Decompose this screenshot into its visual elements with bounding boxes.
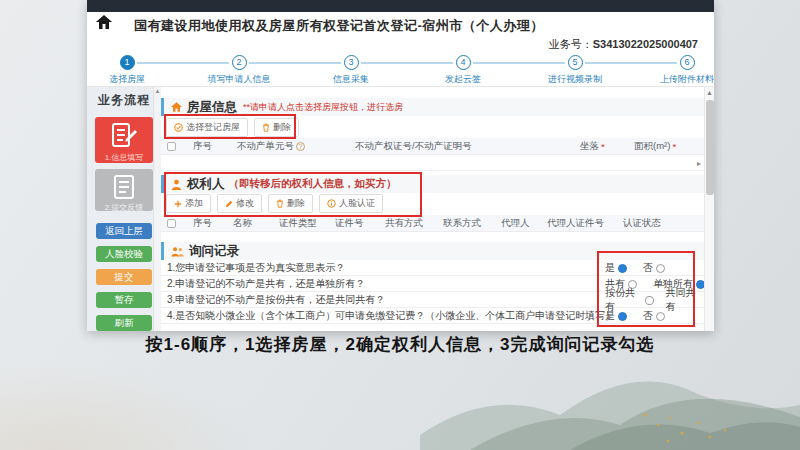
owner-toolbar: 添加 修改 删除 人脸认证: [161, 193, 714, 213]
business-number-value: S3413022025000407: [593, 38, 698, 50]
house-delete-button[interactable]: 删除: [254, 118, 299, 137]
question-text: 4.是否知晓小微企业（含个体工商户）可申请免缴登记费？（小微企业、个体工商户申请…: [167, 309, 615, 323]
step-label: 选择房屋: [87, 73, 172, 86]
step-6-upload-attachments[interactable]: 6 上传附件材料: [642, 55, 714, 86]
required-mark: *: [601, 141, 605, 152]
help-icon[interactable]: ?: [296, 142, 305, 151]
business-number-row: 业务号：S3413022025000407: [87, 37, 714, 54]
house-section-title: 房屋信息: [187, 99, 237, 116]
step-label: 发起云签: [418, 73, 508, 86]
trash-icon: [276, 199, 284, 208]
step-circle[interactable]: 5: [568, 55, 583, 70]
sidebar-title: 业务流程: [87, 87, 161, 113]
house-table-header: 序号 不动产单元号? 不动产权证号/不动产证明号 坐落* 面积(m²)*: [161, 138, 714, 155]
plus-icon: [174, 200, 182, 208]
select-all-checkbox[interactable]: [167, 219, 176, 228]
select-all-checkbox[interactable]: [167, 142, 176, 151]
form-panel: 房屋信息 **请申请人点击选择房屋按钮，进行选房 选择登记房屋 删除: [161, 87, 714, 331]
window-top-bar: [87, 0, 714, 12]
radio-option-no[interactable]: 否: [643, 261, 665, 275]
inquiry-section-header: 询问记录: [161, 242, 714, 260]
house-toolbar: 选择登记房屋 删除: [161, 116, 714, 138]
doc-lines-icon: [111, 174, 137, 200]
sidebar-card-label: 1.信息填写: [95, 152, 153, 163]
owner-section-note: （即转移后的权利人信息，如买方）: [229, 177, 397, 191]
house-icon: [171, 102, 182, 112]
step-1-select-house[interactable]: 1 选择房屋: [87, 55, 172, 86]
doc-pencil-icon: [109, 122, 139, 150]
instruction-caption: 按1-6顺序，1选择房屋，2确定权利人信息，3完成询问记录勾选: [0, 333, 800, 356]
check-circle-icon: [174, 123, 183, 132]
scroll-up-icon[interactable]: ▲: [154, 87, 161, 96]
sidebar-card-info-fill[interactable]: 1.信息填写: [95, 117, 153, 163]
radio-option-yes[interactable]: 是: [605, 309, 627, 323]
face-verify-button[interactable]: 人脸校验: [96, 246, 152, 262]
sidebar-card-submit-feedback[interactable]: 2.提交反馈: [95, 169, 153, 211]
step-label: 信息采集: [306, 73, 396, 86]
step-label: 上传附件材料: [642, 73, 714, 86]
radio-option-yes[interactable]: 是: [605, 261, 627, 275]
owner-face-auth-button[interactable]: 人脸认证: [319, 194, 383, 213]
people-icon: [171, 246, 184, 257]
person-icon: [171, 179, 182, 190]
radio-icon[interactable]: [656, 264, 665, 273]
save-draft-button[interactable]: 暂存: [96, 292, 152, 308]
scrollbar-thumb[interactable]: [706, 100, 714, 195]
owner-table-header: 序号 名称 证件类型 证件号 共有方式 联系方式 代理人 代理人证件号 认证状态: [161, 215, 714, 232]
inquiry-section-title: 询问记录: [189, 243, 239, 260]
app-window: 国有建设用地使用权及房屋所有权登记首次登记-宿州市（个人办理） 业务号：S341…: [87, 0, 714, 331]
wizard-stepper: 1 选择房屋 2 填写申请人信息 3 信息采集 4 发起云签 5 进行视频录制 …: [87, 54, 714, 86]
ink-wash-left: [0, 360, 260, 450]
step-circle[interactable]: 1: [120, 55, 135, 70]
owner-delete-button[interactable]: 删除: [268, 194, 313, 213]
scroll-up-icon[interactable]: ▲: [705, 87, 714, 99]
question-text: 2.申请登记的不动产是共有，还是单独所有？: [167, 277, 365, 291]
trash-icon: [262, 123, 270, 132]
step-2-applicant-info[interactable]: 2 填写申请人信息: [194, 55, 284, 86]
step-circle[interactable]: 3: [344, 55, 359, 70]
step-label: 填写申请人信息: [194, 73, 284, 86]
business-number-label: 业务号：: [549, 38, 593, 50]
home-icon[interactable]: [96, 15, 112, 29]
inquiry-question-row: 1.您申请登记事项是否为真实意思表示？ 是 否: [161, 260, 714, 276]
house-section-header: 房屋信息 **请申请人点击选择房屋按钮，进行选房: [161, 98, 714, 116]
info-circle-icon: [327, 199, 336, 208]
inquiry-question-row: 3.申请登记的不动产是按份共有，还是共同共有？ 按份共有 共同共有: [161, 292, 714, 308]
step-circle[interactable]: 2: [232, 55, 247, 70]
radio-icon[interactable]: [645, 296, 653, 305]
owner-section-header: 权利人 （即转移后的权利人信息，如买方）: [161, 175, 714, 193]
step-4-cloud-sign[interactable]: 4 发起云签: [418, 55, 508, 86]
radio-icon[interactable]: [618, 264, 627, 273]
scroll-right-icon[interactable]: ▸: [697, 159, 701, 168]
inquiry-question-row: 4.是否知晓小微企业（含个体工商户）可申请免缴登记费？（小微企业、个体工商户申请…: [161, 308, 714, 324]
step-5-video-record[interactable]: 5 进行视频录制: [530, 55, 620, 86]
refresh-button[interactable]: 刷新: [96, 315, 152, 331]
owner-edit-button[interactable]: 修改: [217, 194, 262, 213]
workflow-sidebar: 业务流程 1.信息填写 2.提交反馈: [87, 87, 161, 331]
select-house-button[interactable]: 选择登记房屋: [166, 118, 248, 137]
sidebar-scrollbar[interactable]: ▲: [153, 87, 161, 331]
step-label: 进行视频录制: [530, 73, 620, 86]
step-3-info-collect[interactable]: 3 信息采集: [306, 55, 396, 86]
required-mark: *: [672, 141, 676, 152]
back-button[interactable]: 返回上层: [96, 223, 152, 239]
step-circle[interactable]: 6: [680, 55, 695, 70]
content-scrollbar[interactable]: ▲: [704, 87, 714, 331]
question-text: 1.您申请登记事项是否为真实意思表示？: [167, 261, 345, 275]
owner-table-empty: [161, 232, 714, 240]
page-title: 国有建设用地使用权及房屋所有权登记首次登记-宿州市（个人办理）: [134, 17, 544, 35]
title-bar: 国有建设用地使用权及房屋所有权登记首次登记-宿州市（个人办理）: [87, 12, 714, 37]
house-table-empty: [161, 155, 714, 171]
step-circle[interactable]: 4: [456, 55, 471, 70]
sidebar-card-label: 2.提交反馈: [95, 202, 153, 213]
radio-icon[interactable]: [618, 312, 627, 321]
radio-option-no[interactable]: 否: [643, 309, 665, 323]
radio-icon[interactable]: [656, 312, 665, 321]
owner-add-button[interactable]: 添加: [166, 194, 211, 213]
submit-button[interactable]: 提交: [96, 269, 152, 285]
pencil-icon: [225, 200, 233, 208]
owner-section-title: 权利人: [187, 176, 225, 193]
question-text: 3.申请登记的不动产是按份共有，还是共同共有？: [167, 293, 385, 307]
house-section-note: **请申请人点击选择房屋按钮，进行选房: [243, 101, 403, 114]
